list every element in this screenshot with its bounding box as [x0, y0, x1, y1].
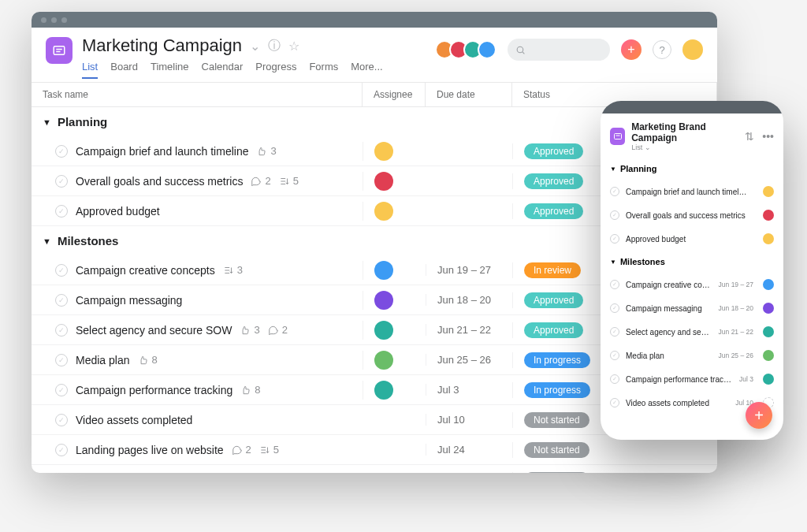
- phone-add-button[interactable]: +: [746, 402, 772, 429]
- assignee-avatar[interactable]: [374, 172, 393, 191]
- assignee-avatar[interactable]: [374, 321, 393, 340]
- complete-checkbox[interactable]: [55, 145, 68, 158]
- filter-icon[interactable]: ⇅: [745, 130, 754, 143]
- col-assignee[interactable]: Assignee: [363, 83, 426, 106]
- add-button[interactable]: +: [621, 39, 642, 60]
- complete-checkbox[interactable]: [610, 374, 619, 384]
- complete-checkbox[interactable]: [610, 327, 619, 337]
- complete-checkbox[interactable]: [610, 234, 619, 244]
- tab-forms[interactable]: Forms: [309, 61, 338, 79]
- complete-checkbox[interactable]: [55, 324, 68, 337]
- assignee-avatar[interactable]: [374, 142, 393, 161]
- complete-checkbox[interactable]: [610, 398, 619, 407]
- status-pill[interactable]: In progress: [524, 382, 590, 398]
- assignee-avatar[interactable]: [763, 303, 774, 314]
- status-pill[interactable]: Approved: [524, 203, 583, 219]
- tab-timeline[interactable]: Timeline: [151, 61, 189, 79]
- assignee-avatar[interactable]: [763, 279, 774, 290]
- avatar[interactable]: [478, 40, 496, 59]
- complete-checkbox[interactable]: [55, 175, 68, 188]
- phone-task-row[interactable]: Select agency and secure SOWJun 21 – 22: [601, 320, 783, 344]
- assignee-avatar[interactable]: [763, 374, 774, 385]
- complete-checkbox[interactable]: [610, 187, 619, 196]
- status-pill[interactable]: Approved: [524, 322, 583, 338]
- complete-checkbox[interactable]: [610, 351, 619, 360]
- phone-task-row[interactable]: Campaign performance trackingJul 3: [601, 367, 783, 391]
- comments-count[interactable]: 2: [251, 175, 270, 187]
- likes-count[interactable]: 3: [256, 145, 276, 157]
- status-pill[interactable]: Not started: [524, 412, 589, 428]
- member-avatars[interactable]: [440, 40, 496, 59]
- phone-task-row[interactable]: Campaign brief and launch timeline: [601, 180, 783, 203]
- tab-more[interactable]: More...: [351, 61, 382, 79]
- complete-checkbox[interactable]: [55, 384, 68, 396]
- user-avatar[interactable]: [682, 39, 703, 60]
- assignee-avatar[interactable]: [763, 210, 774, 221]
- subtasks-count[interactable]: 3: [223, 264, 243, 276]
- phone-task-row[interactable]: Approved budget: [601, 227, 783, 251]
- tab-progress[interactable]: Progress: [255, 61, 296, 79]
- complete-checkbox[interactable]: [55, 205, 68, 218]
- window-control-dot[interactable]: [61, 17, 67, 23]
- phone-task-row[interactable]: Overall goals and success metrics: [601, 203, 783, 227]
- due-date[interactable]: Jun 25 – 26: [426, 354, 512, 366]
- assignee-avatar[interactable]: [763, 186, 774, 197]
- task-row[interactable]: Campaign launch! 8Aug 1Not started: [32, 465, 717, 473]
- due-date[interactable]: Jul 3: [426, 384, 512, 396]
- due-date[interactable]: Jun 18 – 20: [426, 294, 512, 306]
- status-pill[interactable]: Approved: [524, 173, 583, 189]
- assignee-avatar[interactable]: [374, 202, 393, 221]
- complete-checkbox[interactable]: [55, 264, 68, 277]
- due-date[interactable]: Jul 24: [426, 444, 512, 456]
- more-icon[interactable]: •••: [762, 130, 774, 143]
- complete-checkbox[interactable]: [55, 354, 68, 366]
- status-pill[interactable]: Not started: [524, 442, 589, 458]
- likes-count[interactable]: 8: [138, 354, 158, 366]
- due-date[interactable]: Jun 21 – 22: [426, 324, 512, 336]
- window-control-dot[interactable]: [51, 17, 57, 23]
- status-pill[interactable]: Not started: [524, 472, 589, 474]
- status-pill[interactable]: In progress: [524, 352, 590, 368]
- search-input[interactable]: [508, 39, 610, 61]
- assignee-avatar[interactable]: [374, 291, 393, 310]
- due-date[interactable]: Jul 10: [426, 414, 512, 426]
- project-title[interactable]: Marketing Campaign: [82, 35, 242, 56]
- star-icon[interactable]: ☆: [288, 39, 299, 54]
- subtasks-count[interactable]: 5: [259, 444, 279, 456]
- phone-section-header[interactable]: ▼ Planning: [601, 158, 783, 180]
- help-button[interactable]: ?: [653, 40, 671, 59]
- assignee-avatar[interactable]: [763, 233, 774, 244]
- phone-project-title[interactable]: Marketing Brand Campaign: [631, 121, 738, 143]
- complete-checkbox[interactable]: [610, 280, 619, 289]
- chevron-down-icon[interactable]: ⌄: [250, 39, 260, 54]
- likes-count[interactable]: 8: [240, 384, 260, 396]
- phone-section-header[interactable]: ▼ Milestones: [601, 251, 783, 273]
- comments-count[interactable]: 2: [268, 324, 288, 336]
- status-pill[interactable]: In review: [524, 262, 581, 278]
- assignee-avatar[interactable]: [374, 381, 393, 400]
- assignee-avatar[interactable]: [374, 351, 393, 370]
- tab-list[interactable]: List: [82, 61, 98, 79]
- task-row[interactable]: Landing pages live on website 2 5Jul 24N…: [32, 435, 717, 465]
- phone-task-row[interactable]: Campaign messagingJun 18 – 20: [601, 296, 783, 320]
- tab-calendar[interactable]: Calendar: [202, 61, 244, 79]
- likes-count[interactable]: 3: [240, 324, 259, 336]
- assignee-avatar[interactable]: [763, 350, 774, 361]
- complete-checkbox[interactable]: [55, 414, 68, 426]
- window-control-dot[interactable]: [41, 17, 46, 23]
- complete-checkbox[interactable]: [55, 444, 68, 456]
- status-pill[interactable]: Approved: [524, 143, 583, 159]
- comments-count[interactable]: 2: [232, 444, 251, 456]
- col-due[interactable]: Due date: [426, 83, 512, 106]
- tab-board[interactable]: Board: [110, 61, 138, 79]
- phone-subtitle[interactable]: List ⌄: [631, 143, 738, 151]
- subtasks-count[interactable]: 5: [279, 175, 299, 187]
- phone-task-row[interactable]: Media planJun 25 – 26: [601, 344, 783, 367]
- info-icon[interactable]: ⓘ: [268, 38, 281, 54]
- complete-checkbox[interactable]: [55, 294, 68, 307]
- status-pill[interactable]: Approved: [524, 292, 583, 308]
- phone-task-row[interactable]: Campaign creative conceptsJun 19 – 27: [601, 273, 783, 296]
- due-date[interactable]: Jun 19 – 27: [426, 264, 512, 276]
- complete-checkbox[interactable]: [610, 210, 619, 220]
- col-task[interactable]: Task name: [32, 83, 363, 106]
